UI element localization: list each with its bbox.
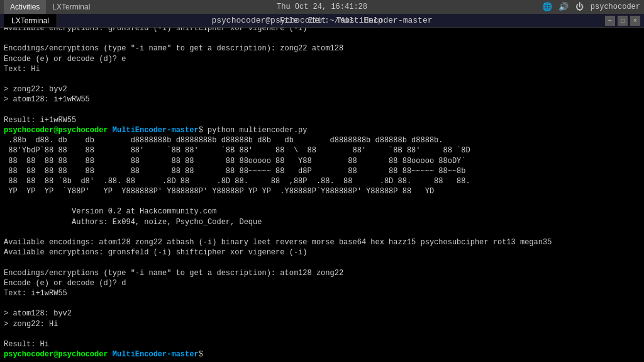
terminal-window: LXTerminal File Edit Tabs Help psychocod… bbox=[0, 14, 644, 362]
terminal-window-controls: − □ × bbox=[605, 16, 640, 26]
system-datetime: Thu Oct 24, 16:41:28 bbox=[277, 3, 367, 11]
terminal-title: psychocoder@psychocoder:~/MultiEncoder-m… bbox=[211, 16, 432, 25]
power-icon[interactable]: ⏻ bbox=[574, 1, 586, 13]
terminal-content[interactable]: .88b d88. db db d8888888b d8888888b d888… bbox=[0, 28, 644, 362]
sound-icon[interactable]: 🔊 bbox=[558, 1, 569, 13]
maximize-button[interactable]: □ bbox=[618, 16, 628, 26]
terminal-tab-lxterminal[interactable]: LXTerminal bbox=[4, 14, 57, 27]
network-icon[interactable]: 🌐 bbox=[541, 1, 553, 13]
terminal-titlebar: LXTerminal File Edit Tabs Help psychocod… bbox=[0, 14, 644, 28]
system-bar: Activities LXTerminal Thu Oct 24, 16:41:… bbox=[0, 0, 644, 14]
minimize-button[interactable]: − bbox=[605, 16, 615, 26]
system-bar-left: Activities LXTerminal bbox=[4, 0, 96, 14]
system-bar-right: 🌐 🔊 ⏻ psychocoder bbox=[541, 1, 640, 13]
terminal-tabs: LXTerminal bbox=[4, 14, 57, 27]
activities-button[interactable]: Activities bbox=[4, 0, 46, 14]
close-button[interactable]: × bbox=[630, 16, 640, 26]
terminal-taskbar-button[interactable]: LXTerminal bbox=[46, 0, 96, 14]
username-label: psychocoder bbox=[591, 3, 640, 11]
